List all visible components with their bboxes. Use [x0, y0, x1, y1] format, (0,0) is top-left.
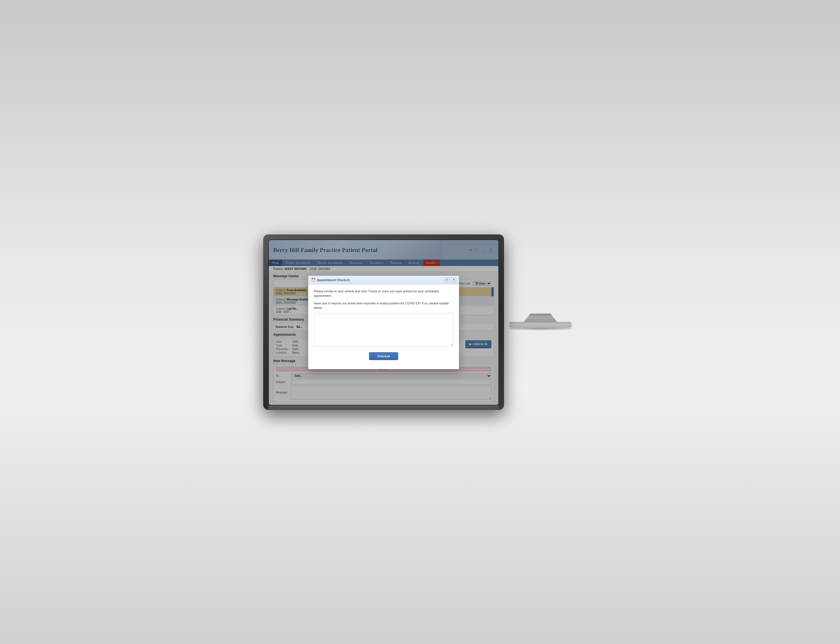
- modal-footer: Check-In: [314, 352, 453, 365]
- modal-header: ⏰ Appointment Check-In ↻ ✕: [308, 276, 459, 284]
- modal-title-text: Appointment Check-In: [317, 278, 350, 282]
- stand-base: [510, 322, 571, 327]
- modal-overlay: ⏰ Appointment Check-In ↻ ✕ Please remain…: [269, 240, 498, 405]
- modal-controls: ↻ ✕: [444, 278, 456, 283]
- appointment-checkin-modal: ⏰ Appointment Check-In ↻ ✕ Please remain…: [308, 276, 459, 369]
- modal-line2: Have you or anyone you know been exposed…: [314, 301, 453, 310]
- modal-icon: ⏰: [311, 278, 316, 282]
- monitor-stand: [504, 314, 577, 330]
- modal-title: ⏰ Appointment Check-In: [311, 278, 350, 282]
- stand-connector: [524, 314, 557, 322]
- monitor-chin: [268, 406, 499, 410]
- modal-close-button[interactable]: ✕: [451, 278, 456, 283]
- covid-explanation-textarea[interactable]: [314, 313, 453, 347]
- modal-refresh-button[interactable]: ↻: [444, 278, 449, 283]
- stand-shadow: [504, 327, 577, 330]
- modal-body: Please remain in your vehicle and click …: [308, 284, 459, 369]
- modal-checkin-button[interactable]: Check-In: [369, 352, 398, 360]
- modal-line1: Please remain in your vehicle and click …: [314, 289, 453, 298]
